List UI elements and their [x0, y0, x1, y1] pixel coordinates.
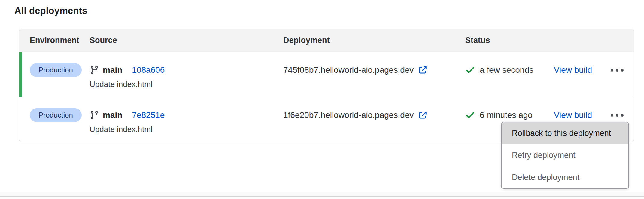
- branch-name: main: [103, 110, 122, 120]
- success-check-icon: [465, 65, 475, 75]
- overflow-menu-icon: [611, 69, 613, 72]
- status-text: 6 minutes ago: [480, 110, 533, 120]
- environment-badge: Production: [30, 63, 82, 77]
- table-row: Production main 108a606 Update index.htm…: [19, 52, 634, 97]
- row-actions-button[interactable]: [609, 108, 625, 122]
- menu-item-delete[interactable]: Delete deployment: [502, 167, 628, 188]
- success-check-icon: [465, 110, 475, 120]
- commit-message: Update index.html: [90, 80, 283, 89]
- column-header-environment: Environment: [19, 36, 90, 45]
- view-build-link[interactable]: View build: [554, 110, 592, 120]
- commit-link[interactable]: 7e8251e: [132, 110, 165, 120]
- section-divider-band: [0, 192, 644, 196]
- overflow-menu-icon: [611, 114, 613, 117]
- column-header-status: Status: [465, 36, 634, 45]
- menu-item-retry[interactable]: Retry deployment: [502, 144, 628, 166]
- branch-name: main: [103, 65, 122, 75]
- page-title: All deployments: [14, 5, 87, 16]
- git-branch-icon: [90, 110, 99, 120]
- deployment-url: 745f08b7.helloworld-aio.pages.dev: [283, 65, 414, 75]
- status-text: a few seconds: [480, 65, 533, 75]
- menu-item-rollback[interactable]: Rollback to this deployment: [502, 122, 628, 144]
- environment-badge: Production: [30, 108, 82, 122]
- column-header-deployment: Deployment: [283, 36, 465, 45]
- table-header-row: Environment Source Deployment Status: [19, 29, 634, 52]
- deployment-url: 1f6e20b7.helloworld-aio.pages.dev: [283, 110, 414, 120]
- commit-link[interactable]: 108a606: [132, 65, 165, 75]
- row-actions-button[interactable]: [609, 63, 625, 77]
- external-link-icon[interactable]: [418, 111, 427, 120]
- next-section-edge: [0, 197, 644, 199]
- row-actions-menu: Rollback to this deployment Retry deploy…: [501, 122, 629, 189]
- external-link-icon[interactable]: [418, 66, 427, 75]
- column-header-source: Source: [90, 36, 283, 45]
- commit-message: Update index.html: [90, 125, 283, 134]
- view-build-link[interactable]: View build: [554, 65, 592, 75]
- git-branch-icon: [90, 65, 99, 75]
